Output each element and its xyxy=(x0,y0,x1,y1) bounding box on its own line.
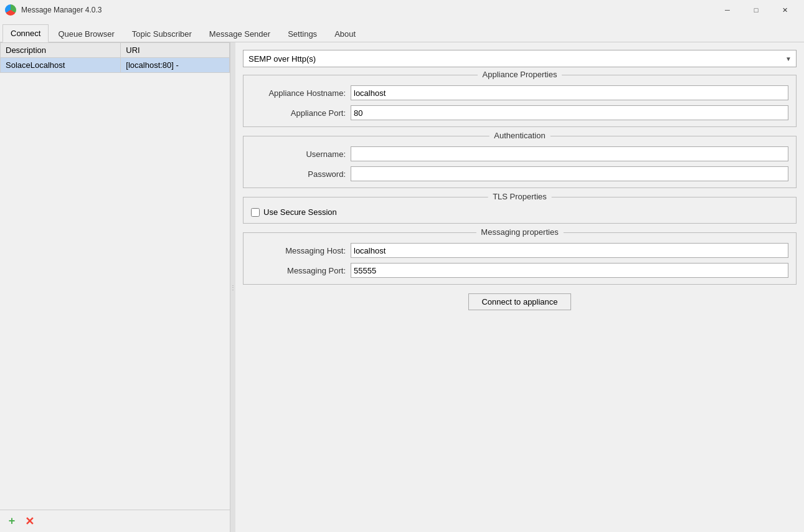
password-label: Password: xyxy=(251,169,351,179)
hostname-row: Appliance Hostname: xyxy=(251,85,788,100)
username-row: Username: xyxy=(251,146,788,161)
menubar: Connect Queue Browser Topic Subscriber M… xyxy=(0,20,804,42)
appliance-port-row: Appliance Port: xyxy=(251,105,788,120)
titlebar-left: Message Manager 4.0.3 xyxy=(5,4,102,16)
authentication-section: Authentication Username: Password: xyxy=(243,136,797,188)
tls-properties-title: TLS Properties xyxy=(488,192,552,201)
tab-settings[interactable]: Settings xyxy=(280,25,325,42)
app-icon xyxy=(5,4,16,16)
right-panel: SEMP over Http(s) Appliance Properties A… xyxy=(235,42,804,532)
col-uri: URI xyxy=(121,43,230,58)
panel-divider[interactable]: ⋮ xyxy=(230,42,235,532)
connections-list: Description URI SolaceLocalhost [localho… xyxy=(0,42,230,73)
maximize-button[interactable]: □ xyxy=(742,0,770,20)
tab-connect[interactable]: Connect xyxy=(2,24,49,42)
tls-properties-section: TLS Properties Use Secure Session xyxy=(243,197,797,224)
appliance-properties-title: Appliance Properties xyxy=(478,70,562,79)
remove-connection-button[interactable]: ✕ xyxy=(22,515,36,528)
tab-queue-browser[interactable]: Queue Browser xyxy=(50,25,122,42)
secure-session-checkbox[interactable] xyxy=(251,208,260,217)
table-row[interactable]: SolaceLocalhost [localhost:80] - xyxy=(1,58,230,73)
appliance-port-input[interactable] xyxy=(351,105,788,120)
main-content: Description URI SolaceLocalhost [localho… xyxy=(0,42,804,532)
dropdown-row: SEMP over Http(s) xyxy=(243,50,797,67)
col-description: Description xyxy=(1,43,121,58)
close-button[interactable]: ✕ xyxy=(770,0,799,20)
left-toolbar: + ✕ xyxy=(0,510,230,532)
solace-logo-icon xyxy=(5,4,16,16)
password-row: Password: xyxy=(251,166,788,181)
password-input[interactable] xyxy=(351,166,788,181)
username-label: Username: xyxy=(251,150,351,159)
app-title: Message Manager 4.0.3 xyxy=(21,6,102,14)
messaging-port-row: Messaging Port: xyxy=(251,263,788,278)
connect-to-appliance-button[interactable]: Connect to appliance xyxy=(468,293,570,310)
hostname-label: Appliance Hostname: xyxy=(251,88,351,98)
left-panel: Description URI SolaceLocalhost [localho… xyxy=(0,42,230,532)
connection-table: Description URI SolaceLocalhost [localho… xyxy=(0,42,230,510)
messaging-host-row: Messaging Host: xyxy=(251,243,788,258)
protocol-dropdown-wrapper: SEMP over Http(s) xyxy=(243,50,797,67)
protocol-dropdown[interactable]: SEMP over Http(s) xyxy=(243,50,797,67)
appliance-properties-section: Appliance Properties Appliance Hostname:… xyxy=(243,75,797,127)
minimize-button[interactable]: ─ xyxy=(713,0,742,20)
messaging-properties-section: Messaging properties Messaging Host: Mes… xyxy=(243,232,797,285)
row-uri: [localhost:80] - xyxy=(121,58,230,73)
add-connection-button[interactable]: + xyxy=(5,515,19,528)
messaging-properties-title: Messaging properties xyxy=(476,227,563,237)
hostname-input[interactable] xyxy=(351,85,788,100)
titlebar-controls: ─ □ ✕ xyxy=(713,0,799,20)
authentication-title: Authentication xyxy=(489,131,550,140)
username-input[interactable] xyxy=(351,146,788,161)
messaging-host-input[interactable] xyxy=(351,243,788,258)
tab-topic-subscriber[interactable]: Topic Subscriber xyxy=(124,25,200,42)
appliance-port-label: Appliance Port: xyxy=(251,108,351,118)
messaging-host-label: Messaging Host: xyxy=(251,246,351,255)
tab-message-sender[interactable]: Message Sender xyxy=(201,25,278,42)
secure-session-row: Use Secure Session xyxy=(251,207,788,217)
secure-session-label: Use Secure Session xyxy=(263,207,337,217)
titlebar: Message Manager 4.0.3 ─ □ ✕ xyxy=(0,0,804,20)
messaging-port-input[interactable] xyxy=(351,263,788,278)
row-description: SolaceLocalhost xyxy=(1,58,121,73)
tab-about[interactable]: About xyxy=(326,25,364,42)
messaging-port-label: Messaging Port: xyxy=(251,266,351,275)
